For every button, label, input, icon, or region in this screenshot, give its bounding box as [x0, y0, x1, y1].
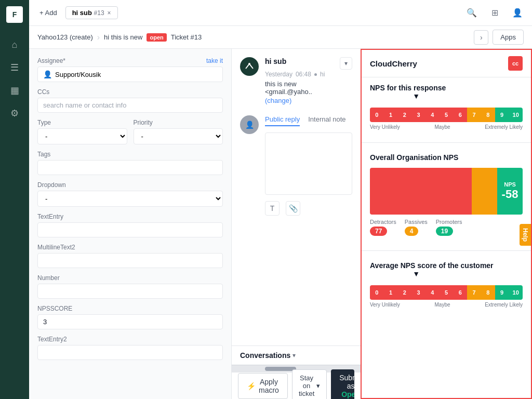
cc-title: CloudCherry [370, 59, 417, 68]
tags-input[interactable] [37, 160, 223, 175]
assignee-label: Assignee* take it [37, 57, 223, 64]
passives-badge: 4 [405, 227, 419, 236]
public-reply-tab[interactable]: Public reply [265, 115, 300, 126]
message-sender: hi sub [265, 57, 286, 65]
assignee-field[interactable]: 👤 Support/Kousik [37, 66, 223, 82]
submit-main-button[interactable]: Submit as Open [331, 369, 354, 400]
nps-cell-6: 6 [453, 108, 467, 122]
nps-label-text: NPS [504, 181, 516, 188]
cc-header: CloudCherry cc [362, 50, 531, 77]
assignee-value: Support/Kousik [55, 71, 101, 78]
priority-group: Priority - [134, 119, 223, 151]
avg-nps-scale: ▼ 0 1 2 3 4 5 6 7 8 9 10 [370, 276, 523, 308]
attachment-button[interactable]: 📎 [286, 201, 300, 216]
priority-select[interactable]: - [134, 128, 223, 144]
detractors-badge: 77 [370, 227, 387, 236]
user-button[interactable]: 👤 [509, 5, 526, 21]
avg-nps-cell-1: 1 [384, 285, 398, 300]
textentry-input[interactable] [37, 222, 223, 237]
type-select[interactable]: - [37, 128, 127, 144]
nps-cell-10: 10 [509, 108, 523, 122]
nps-cell-7: 7 [467, 108, 481, 122]
sidebar-item-settings[interactable]: ⚙ [5, 104, 24, 123]
sidebar-item-reports[interactable]: ▦ [5, 81, 24, 100]
chart-detractors [370, 168, 472, 215]
sidebar-item-home[interactable]: ⌂ [5, 35, 24, 54]
dropdown-select[interactable]: - [37, 191, 223, 207]
sidebar-item-tickets[interactable]: ☰ [5, 58, 24, 77]
overall-nps-title: Overall Organisation NPS [370, 153, 523, 162]
textentry-label: TextEntry [37, 213, 223, 220]
number-label: Number [37, 274, 223, 282]
ccs-input[interactable] [37, 98, 223, 113]
avatar [240, 57, 259, 76]
nps-cell-9: 9 [495, 108, 509, 122]
avg-nps-cell-5: 5 [440, 285, 454, 300]
conversations-arrow[interactable]: ▾ [292, 352, 296, 359]
help-tab[interactable]: Help [520, 224, 531, 246]
textentry2-input[interactable] [37, 345, 223, 360]
submit-button[interactable]: Submit as Open ▾ [331, 369, 354, 400]
message-text: this is new [265, 80, 352, 88]
lightning-icon: ⚡ [247, 382, 256, 390]
ticket-tab[interactable]: hi sub #13 × [65, 6, 118, 19]
conversations-label[interactable]: Conversations [240, 351, 290, 360]
priority-label: Priority [134, 119, 223, 126]
search-button[interactable]: 🔍 [463, 5, 480, 21]
nps-cell-8: 8 [481, 108, 495, 122]
nps-cell-1: 1 [384, 108, 398, 122]
reply-avatar: 👤 [240, 115, 259, 134]
avg-nps-cell-7: 7 [467, 285, 481, 300]
type-priority-row: Type - Priority - [37, 119, 223, 151]
app-logo: F [6, 6, 23, 23]
nps-cell-0: 0 [370, 108, 384, 122]
nps-value-text: -58 [502, 188, 518, 201]
message-dropdown-button[interactable]: ▾ [340, 57, 352, 70]
avg-nps-labels: Very Unlikely Maybe Extremely Likely [370, 302, 523, 308]
grid-button[interactable]: ⊞ [486, 5, 503, 21]
nps-cell-4: 4 [425, 108, 440, 122]
reply-tabs: Public reply Internal note [265, 115, 352, 126]
textentry2-label: TextEntry2 [37, 336, 223, 343]
topbar-right: 🔍 ⊞ 👤 [463, 5, 526, 21]
internal-note-tab[interactable]: Internal note [308, 115, 345, 126]
dot-separator [314, 73, 317, 76]
message-body: hi sub ▾ Yesterday 06:48 hi this is new … [265, 57, 352, 105]
add-button[interactable]: + Add [35, 7, 61, 19]
avg-nps-cell-9: 9 [495, 285, 509, 300]
take-it-link[interactable]: take it [206, 57, 223, 64]
nps-arrow-indicator: ▼ [413, 92, 420, 100]
breadcrumb-ticket-name[interactable]: hi this is new [104, 33, 142, 41]
avg-nps-cell-8: 8 [481, 285, 495, 300]
reply-form: Public reply Internal note T 📎 [265, 115, 352, 216]
multilinetext-input[interactable] [37, 253, 223, 268]
conversation-area: hi sub ▾ Yesterday 06:48 hi this is new … [232, 49, 361, 345]
apply-macro-button[interactable]: ⚡ Apply macro [238, 373, 288, 399]
nps-labels: Very Unlikely Maybe Extremely Likely [370, 124, 523, 130]
breadcrumb-actions: › Apps [474, 30, 524, 45]
stay-on-ticket-button[interactable]: Stay on ticket ▾ [292, 369, 327, 399]
overall-chart: NPS -58 [370, 168, 523, 215]
reply-textarea[interactable] [265, 132, 352, 195]
message-meta: Yesterday 06:48 hi [265, 71, 352, 78]
avg-nps-section: Average NPS score of the customer ▼ 0 1 … [362, 255, 531, 316]
nps-scale-bars: 0 1 2 3 4 5 6 7 8 9 10 [370, 108, 523, 122]
change-link[interactable]: (change) [265, 97, 291, 104]
message-item: hi sub ▾ Yesterday 06:48 hi this is new … [240, 57, 352, 105]
left-panel: Assignee* take it 👤 Support/Kousik CCs T… [29, 49, 232, 399]
avg-nps-scale-bars: 0 1 2 3 4 5 6 7 8 9 10 [370, 285, 523, 300]
status-badge: open [147, 33, 166, 42]
avg-nps-cell-0: 0 [370, 285, 384, 300]
dropdown-label: Dropdown [37, 181, 223, 189]
promoters-badge: 19 [436, 227, 453, 236]
npsscore-value: 3 [37, 314, 223, 329]
nav-arrow-button[interactable]: › [474, 30, 488, 45]
breadcrumb-create[interactable]: Yahoo123 (create) [37, 33, 93, 41]
sidebar: F ⌂ ☰ ▦ ⚙ [0, 0, 29, 399]
formatting-button[interactable]: T [265, 201, 280, 216]
scroll-thumb[interactable] [265, 367, 296, 371]
user-icon: 👤 [43, 70, 52, 78]
number-input[interactable] [37, 284, 223, 299]
tab-close-button[interactable]: × [108, 9, 111, 17]
apps-button[interactable]: Apps [493, 30, 524, 45]
